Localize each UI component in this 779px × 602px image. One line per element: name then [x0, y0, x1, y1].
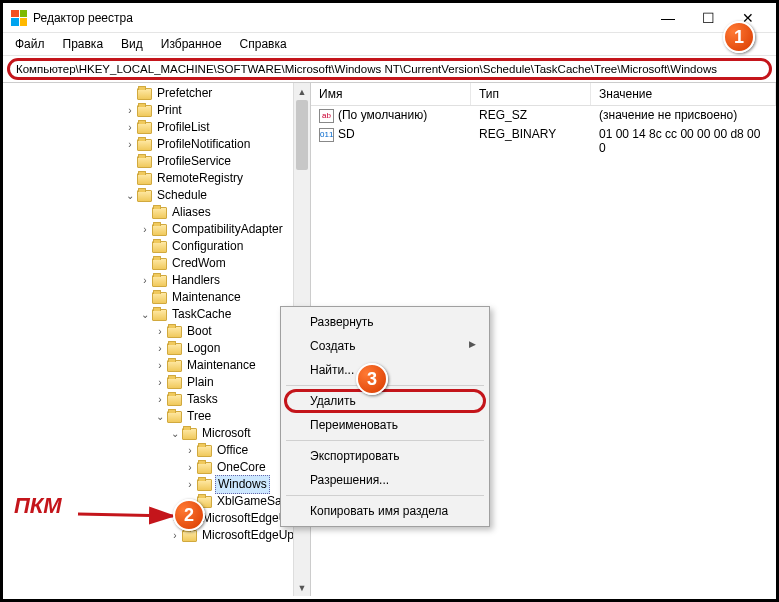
- folder-icon: [167, 360, 182, 372]
- menu-view[interactable]: Вид: [113, 35, 151, 53]
- folder-icon: [137, 156, 152, 168]
- folder-icon: [152, 258, 167, 270]
- menu-file[interactable]: Файл: [7, 35, 53, 53]
- scroll-down-icon[interactable]: ▼: [294, 579, 310, 596]
- folder-icon: [152, 207, 167, 219]
- tree-item[interactable]: ›Plain: [3, 374, 310, 391]
- tree-item[interactable]: ›Handlers: [3, 272, 310, 289]
- scroll-up-icon[interactable]: ▲: [294, 83, 310, 100]
- ctx-rename[interactable]: Переименовать: [284, 413, 486, 437]
- tree-item-taskcache[interactable]: ⌄TaskCache: [3, 306, 310, 323]
- tree-item[interactable]: CredWom: [3, 255, 310, 272]
- value-name: SD: [338, 127, 355, 141]
- ctx-expand[interactable]: Развернуть: [284, 310, 486, 334]
- value-row[interactable]: ab(По умолчанию) REG_SZ (значение не при…: [311, 106, 776, 125]
- tree-item[interactable]: Aliases: [3, 204, 310, 221]
- tree-item-schedule[interactable]: ⌄Schedule: [3, 187, 310, 204]
- separator: [286, 495, 484, 496]
- tree-item[interactable]: ›Boot: [3, 323, 310, 340]
- address-bar[interactable]: Компьютер\HKEY_LOCAL_MACHINE\SOFTWARE\Mi…: [7, 58, 772, 80]
- titlebar: Редактор реестра — ☐ ✕: [3, 3, 776, 33]
- value-type: REG_SZ: [471, 107, 591, 124]
- tree-item[interactable]: ›Maintenance: [3, 357, 310, 374]
- folder-icon: [197, 445, 212, 457]
- binary-value-icon: 011: [319, 128, 334, 142]
- string-value-icon: ab: [319, 109, 334, 123]
- value-name: (По умолчанию): [338, 108, 427, 122]
- ctx-delete[interactable]: Удалить: [284, 389, 486, 413]
- folder-icon: [197, 462, 212, 474]
- col-value[interactable]: Значение: [591, 83, 776, 105]
- minimize-button[interactable]: —: [648, 4, 688, 32]
- folder-icon: [167, 326, 182, 338]
- ctx-permissions[interactable]: Разрешения...: [284, 468, 486, 492]
- col-type[interactable]: Тип: [471, 83, 591, 105]
- list-header: Имя Тип Значение: [311, 83, 776, 106]
- menu-favorites[interactable]: Избранное: [153, 35, 230, 53]
- col-name[interactable]: Имя: [311, 83, 471, 105]
- folder-icon: [152, 275, 167, 287]
- scroll-thumb[interactable]: [296, 100, 308, 170]
- tree-item[interactable]: ProfileService: [3, 153, 310, 170]
- annotation-badge-3: 3: [356, 363, 388, 395]
- ctx-copy-key-name[interactable]: Копировать имя раздела: [284, 499, 486, 523]
- folder-icon: [167, 394, 182, 406]
- folder-icon: [197, 479, 212, 491]
- folder-icon: [167, 411, 182, 423]
- window-title: Редактор реестра: [33, 11, 648, 25]
- folder-icon: [137, 190, 152, 202]
- folder-icon: [182, 428, 197, 440]
- annotation-badge-2: 2: [173, 499, 205, 531]
- menubar: Файл Правка Вид Избранное Справка: [3, 33, 776, 56]
- folder-icon: [152, 309, 167, 321]
- maximize-button[interactable]: ☐: [688, 4, 728, 32]
- svg-line-0: [78, 514, 173, 516]
- value-type: REG_BINARY: [471, 126, 591, 156]
- context-menu: Развернуть Создать Найти... Удалить Пере…: [280, 306, 490, 527]
- tree-item-windows[interactable]: ›Windows: [3, 476, 310, 493]
- tree-item[interactable]: ›Tasks: [3, 391, 310, 408]
- tree-item[interactable]: ›Logon: [3, 340, 310, 357]
- folder-icon: [137, 88, 152, 100]
- annotation-badge-1: 1: [723, 21, 755, 53]
- separator: [286, 440, 484, 441]
- tree-item[interactable]: ›ProfileNotification: [3, 136, 310, 153]
- ctx-export[interactable]: Экспортировать: [284, 444, 486, 468]
- ctx-new[interactable]: Создать: [284, 334, 486, 358]
- folder-icon: [167, 377, 182, 389]
- tree-item[interactable]: ›OneCore: [3, 459, 310, 476]
- value-row[interactable]: 011SD REG_BINARY 01 00 14 8c cc 00 00 00…: [311, 125, 776, 157]
- folder-icon: [137, 139, 152, 151]
- tree-item[interactable]: Maintenance: [3, 289, 310, 306]
- value-data: 01 00 14 8c cc 00 00 00 d8 00 0: [591, 126, 776, 156]
- tree-item[interactable]: ›ProfileList: [3, 119, 310, 136]
- folder-icon: [152, 292, 167, 304]
- folder-icon: [152, 241, 167, 253]
- tree-item-microsoft[interactable]: ⌄Microsoft: [3, 425, 310, 442]
- folder-icon: [167, 343, 182, 355]
- app-icon: [11, 10, 27, 26]
- tree-item[interactable]: Prefetcher: [3, 85, 310, 102]
- tree-item[interactable]: Configuration: [3, 238, 310, 255]
- folder-icon: [152, 224, 167, 236]
- menu-edit[interactable]: Правка: [55, 35, 112, 53]
- annotation-pkm-label: ПКМ: [14, 493, 62, 519]
- folder-icon: [137, 105, 152, 117]
- folder-icon: [137, 122, 152, 134]
- tree-item[interactable]: ›CompatibilityAdapter: [3, 221, 310, 238]
- tree-item[interactable]: RemoteRegistry: [3, 170, 310, 187]
- value-data: (значение не присвоено): [591, 107, 776, 124]
- tree-item-tree[interactable]: ⌄Tree: [3, 408, 310, 425]
- tree-item[interactable]: ›Office: [3, 442, 310, 459]
- menu-help[interactable]: Справка: [232, 35, 295, 53]
- tree-item[interactable]: ›Print: [3, 102, 310, 119]
- folder-icon: [137, 173, 152, 185]
